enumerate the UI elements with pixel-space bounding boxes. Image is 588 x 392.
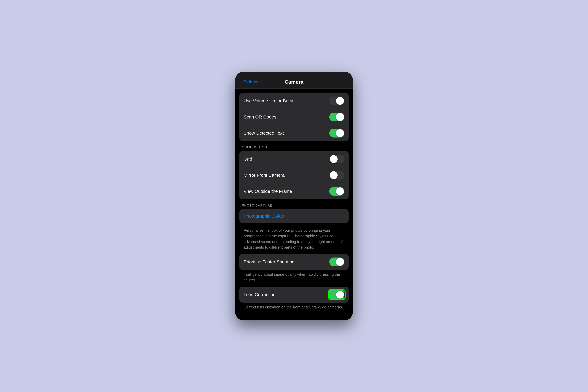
card-lens-correction: Lens Correction bbox=[240, 286, 348, 302]
card-composition: Grid Mirror Front Camera View Outside th… bbox=[240, 151, 348, 199]
label-prioritise-faster-shooting: Prioritise Faster Shooting bbox=[244, 259, 294, 264]
section-header-composition: COMPOSITION bbox=[240, 145, 348, 151]
row-volume-burst: Use Volume Up for Burst bbox=[240, 93, 348, 109]
label-show-detected-text: Show Detected Text bbox=[244, 130, 284, 136]
toggle-scan-qr[interactable] bbox=[329, 112, 344, 121]
row-scan-qr: Scan QR Codes bbox=[240, 109, 348, 125]
photographic-styles-description: Personalise the look of your photos by b… bbox=[240, 226, 348, 254]
toggle-show-detected-text[interactable] bbox=[329, 129, 344, 138]
toggle-knob-lens-correction bbox=[336, 291, 344, 298]
row-show-detected-text: Show Detected Text bbox=[240, 125, 348, 141]
row-lens-correction: Lens Correction bbox=[240, 286, 348, 302]
row-grid: Grid bbox=[240, 151, 348, 167]
row-photographic-styles[interactable]: Photographic Styles bbox=[240, 209, 348, 223]
toggle-knob-scan-qr bbox=[336, 113, 344, 121]
back-label[interactable]: Settings bbox=[243, 79, 260, 84]
group-composition: COMPOSITION Grid Mirror Front Camera Vie… bbox=[240, 145, 348, 199]
label-view-outside-frame: View Outside the Frame bbox=[244, 189, 292, 194]
group-photo-capture: PHOTO CAPTURE Photographic Styles Person… bbox=[240, 204, 348, 316]
row-view-outside-frame: View Outside the Frame bbox=[240, 183, 348, 199]
toggle-prioritise-faster-shooting[interactable] bbox=[329, 258, 344, 266]
label-volume-burst: Use Volume Up for Burst bbox=[244, 98, 294, 104]
group-top: Use Volume Up for Burst Scan QR Codes Sh… bbox=[240, 93, 348, 141]
label-lens-correction: Lens Correction bbox=[244, 292, 276, 297]
toggle-knob-prioritise-faster-shooting bbox=[336, 258, 344, 266]
page-title: Camera bbox=[285, 79, 304, 85]
row-mirror-front-camera: Mirror Front Camera bbox=[240, 167, 348, 183]
prioritise-description: Intelligently adapt image quality when r… bbox=[240, 270, 348, 286]
toggle-volume-burst[interactable] bbox=[329, 96, 344, 105]
toggle-mirror-front-camera[interactable] bbox=[329, 171, 344, 180]
toggle-knob-mirror-front-camera bbox=[330, 171, 338, 179]
label-grid: Grid bbox=[244, 156, 252, 162]
label-photographic-styles: Photographic Styles bbox=[244, 214, 284, 218]
toggle-knob-view-outside-frame bbox=[336, 188, 344, 195]
navigation-header: ‹ Settings Camera bbox=[235, 72, 353, 89]
settings-scroll-content: Use Volume Up for Burst Scan QR Codes Sh… bbox=[235, 89, 353, 320]
toggle-view-outside-frame[interactable] bbox=[329, 187, 344, 196]
label-mirror-front-camera: Mirror Front Camera bbox=[244, 173, 285, 178]
toggle-grid[interactable] bbox=[329, 155, 344, 164]
label-scan-qr: Scan QR Codes bbox=[244, 114, 276, 120]
card-top: Use Volume Up for Burst Scan QR Codes Sh… bbox=[240, 93, 348, 141]
card-photographic-styles: Photographic Styles bbox=[240, 209, 348, 223]
row-prioritise-faster-shooting: Prioritise Faster Shooting bbox=[240, 254, 348, 270]
toggle-knob-grid bbox=[330, 155, 338, 163]
card-prioritise: Prioritise Faster Shooting bbox=[240, 254, 348, 270]
toggle-lens-correction[interactable] bbox=[329, 290, 344, 299]
section-header-photo-capture: PHOTO CAPTURE bbox=[240, 204, 348, 209]
back-button[interactable]: ‹ Settings bbox=[241, 79, 260, 85]
back-chevron-icon: ‹ bbox=[241, 79, 242, 85]
lens-correction-description: Correct lens distortion on the front and… bbox=[240, 302, 348, 316]
toggle-knob-volume-burst bbox=[336, 97, 344, 105]
toggle-knob-show-detected-text bbox=[336, 129, 344, 137]
phone-frame: ‹ Settings Camera Use Volume Up for Burs… bbox=[235, 72, 353, 320]
